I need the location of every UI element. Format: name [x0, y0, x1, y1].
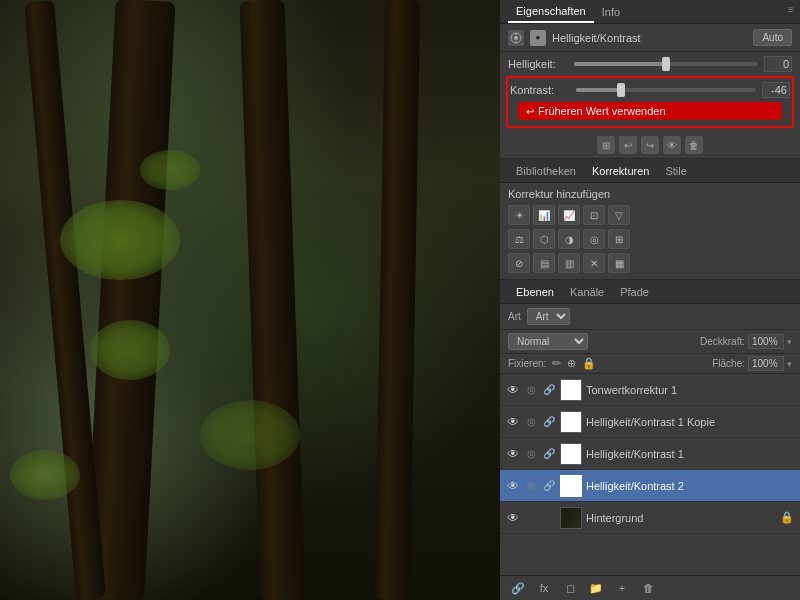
action-redo-icon[interactable]: ↪ [641, 136, 659, 154]
layer-item-active[interactable]: 👁 ◎ 🔗 Helligkeit/Kontrast 2 [500, 470, 800, 502]
layer-item[interactable]: 👁 ◎ 🔗 Helligkeit/Kontrast 1 [500, 438, 800, 470]
tab-korrekturen[interactable]: Korrekturen [584, 161, 657, 181]
layer-link-icon[interactable]: 🔗 [542, 480, 556, 491]
corr-brightness-icon[interactable]: ☀ [508, 205, 530, 225]
corr-hsl-icon[interactable]: ⚖ [508, 229, 530, 249]
fix-icon-2[interactable]: ⊕ [567, 357, 576, 370]
layer-link-icon[interactable]: 🔗 [542, 384, 556, 395]
tab-pfade[interactable]: Pfade [612, 282, 657, 302]
corr-channelmix-icon[interactable]: ⊞ [608, 229, 630, 249]
corr-invert-icon[interactable]: ⊘ [508, 253, 530, 273]
corr-selective-icon[interactable]: ▦ [608, 253, 630, 273]
corrections-panel: Bibliotheken Korrekturen Stile Korrektur… [500, 159, 800, 280]
tab-info[interactable]: Info [594, 2, 628, 22]
canvas-area [0, 0, 500, 600]
corr-gradient-icon[interactable]: ✕ [583, 253, 605, 273]
layers-controls: Art Art [500, 304, 800, 330]
corr-vibrance-icon[interactable]: ▽ [608, 205, 630, 225]
kontrast-highlight: Kontrast: ↩ Früheren Wert verwenden [506, 76, 794, 128]
layer-link-icon[interactable]: 🔗 [542, 448, 556, 459]
layer-visibility-icon[interactable]: 👁 [506, 479, 520, 493]
add-fx-icon[interactable]: fx [534, 580, 554, 596]
tooltip-text: Früheren Wert verwenden [538, 105, 666, 117]
deckkraft-arrow[interactable]: ▾ [787, 337, 792, 347]
add-link-icon[interactable]: 🔗 [508, 580, 528, 596]
fix-icon-1[interactable]: ✏ [552, 357, 561, 370]
new-layer-icon[interactable]: + [612, 580, 632, 596]
layer-name: Helligkeit/Kontrast 1 [586, 448, 794, 460]
new-group-icon[interactable]: 📁 [586, 580, 606, 596]
helligkeit-value[interactable] [764, 56, 792, 72]
layer-visibility-icon[interactable]: 👁 [506, 415, 520, 429]
tab-stile[interactable]: Stile [657, 161, 694, 181]
tab-kanaele[interactable]: Kanäle [562, 282, 612, 302]
helligkeit-fill [574, 62, 666, 66]
layer-type-icon: ◎ [524, 416, 538, 427]
delete-layer-icon[interactable]: 🗑 [638, 580, 658, 596]
kontrast-slider[interactable] [576, 88, 756, 92]
kontrast-value[interactable] [762, 82, 790, 98]
layer-row-controls: Normal Deckkraft: ▾ [500, 330, 800, 354]
corr-threshold-icon[interactable]: ▥ [558, 253, 580, 273]
corrections-tabs: Bibliotheken Korrekturen Stile [500, 159, 800, 183]
mode-select[interactable]: Normal [508, 333, 588, 350]
layers-list: 👁 ◎ 🔗 Tonwertkorrektur 1 👁 ◎ 🔗 Helligkei… [500, 374, 800, 575]
layer-name: Helligkeit/Kontrast 2 [586, 480, 794, 492]
helligkeit-row: Helligkeit: [500, 52, 800, 76]
add-mask-icon[interactable]: ◻ [560, 580, 580, 596]
layer-name: Tonwertkorrektur 1 [586, 384, 794, 396]
collapse-btn[interactable]: ≡ [788, 4, 794, 15]
visibility-icon[interactable]: ● [530, 30, 546, 46]
action-delete-icon[interactable]: 🗑 [685, 136, 703, 154]
layer-item[interactable]: 👁 ◎ 🔗 Helligkeit/Kontrast 1 Kopie [500, 406, 800, 438]
corr-exposure-icon[interactable]: ⊡ [583, 205, 605, 225]
flaeche-arrow[interactable]: ▾ [787, 359, 792, 369]
properties-panel: Eigenschaften Info ≡ ● Helligkeit/Kontra… [500, 0, 800, 159]
deckkraft-value[interactable] [748, 334, 784, 349]
corr-bw-icon[interactable]: ◑ [558, 229, 580, 249]
svg-point-1 [514, 36, 518, 40]
corr-colorbal-icon[interactable]: ⬡ [533, 229, 555, 249]
action-eye-icon[interactable]: 👁 [663, 136, 681, 154]
layer-thumbnail [560, 379, 582, 401]
fill-row: Fläche: ▾ [712, 356, 792, 371]
corrections-title: Korrektur hinzufügen [500, 183, 800, 203]
layer-name: Helligkeit/Kontrast 1 Kopie [586, 416, 794, 428]
fix-icon-3[interactable]: 🔒 [582, 357, 596, 370]
kontrast-fill [576, 88, 621, 92]
tab-bibliotheken[interactable]: Bibliotheken [508, 161, 584, 181]
action-layers-icon[interactable]: ⊞ [597, 136, 615, 154]
layer-visibility-icon[interactable]: 👁 [506, 447, 520, 461]
right-panel: Eigenschaften Info ≡ ● Helligkeit/Kontra… [500, 0, 800, 600]
prop-header: ● Helligkeit/Kontrast Auto [500, 24, 800, 52]
forest-image [0, 0, 500, 600]
corr-levels-icon[interactable]: 📊 [533, 205, 555, 225]
layer-link-icon[interactable]: 🔗 [542, 416, 556, 427]
corr-photofilter-icon[interactable]: ◎ [583, 229, 605, 249]
layer-visibility-icon[interactable]: 👁 [506, 511, 520, 525]
corr-curves-icon[interactable]: 📈 [558, 205, 580, 225]
layer-thumbnail [560, 507, 582, 529]
auto-button[interactable]: Auto [753, 29, 792, 46]
layer-thumbnail [560, 411, 582, 433]
kontrast-thumb[interactable] [617, 83, 625, 97]
opacity-row: Deckkraft: ▾ [700, 334, 792, 349]
layers-panel: Ebenen Kanäle Pfade Art Art Normal Deckk… [500, 280, 800, 600]
layer-item[interactable]: 👁 Hintergrund 🔒 [500, 502, 800, 534]
layer-item[interactable]: 👁 ◎ 🔗 Tonwertkorrektur 1 [500, 374, 800, 406]
helligkeit-thumb[interactable] [662, 57, 670, 71]
prop-actions: ⊞ ↩ ↪ 👁 🗑 [500, 132, 800, 158]
layer-visibility-icon[interactable]: 👁 [506, 383, 520, 397]
tab-ebenen[interactable]: Ebenen [508, 282, 562, 302]
flaeche-value[interactable] [748, 356, 784, 371]
art-select[interactable]: Art [527, 308, 570, 325]
kontrast-label: Kontrast: [510, 84, 570, 96]
layers-tabs: Ebenen Kanäle Pfade [500, 280, 800, 304]
corrections-icons-row1: ☀ 📊 📈 ⊡ ▽ [500, 203, 800, 227]
action-undo-icon[interactable]: ↩ [619, 136, 637, 154]
art-label: Art [508, 311, 521, 322]
tab-eigenschaften[interactable]: Eigenschaften [508, 1, 594, 23]
helligkeit-slider[interactable] [574, 62, 758, 66]
corr-posterize-icon[interactable]: ▤ [533, 253, 555, 273]
layer-type-icon: ◎ [524, 480, 538, 491]
